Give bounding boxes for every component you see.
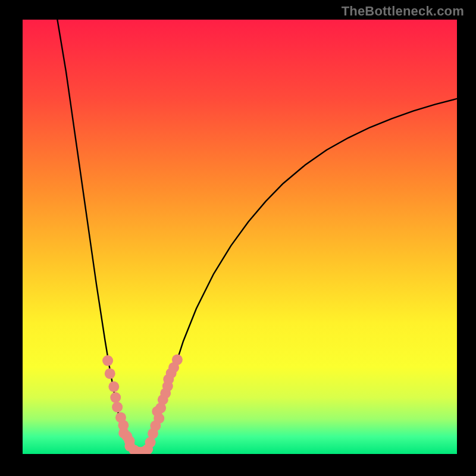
highlight-dot [105, 368, 115, 379]
highlight-dot [110, 392, 121, 403]
highlight-dot [172, 355, 183, 365]
chart-frame: TheBottleneck.com [0, 0, 476, 476]
plot-area [23, 20, 457, 454]
highlight-dot [102, 355, 113, 366]
highlight-dot [112, 402, 123, 412]
highlight-dot [108, 381, 119, 392]
dot-layer [23, 20, 457, 454]
watermark-text: TheBottleneck.com [342, 4, 464, 19]
